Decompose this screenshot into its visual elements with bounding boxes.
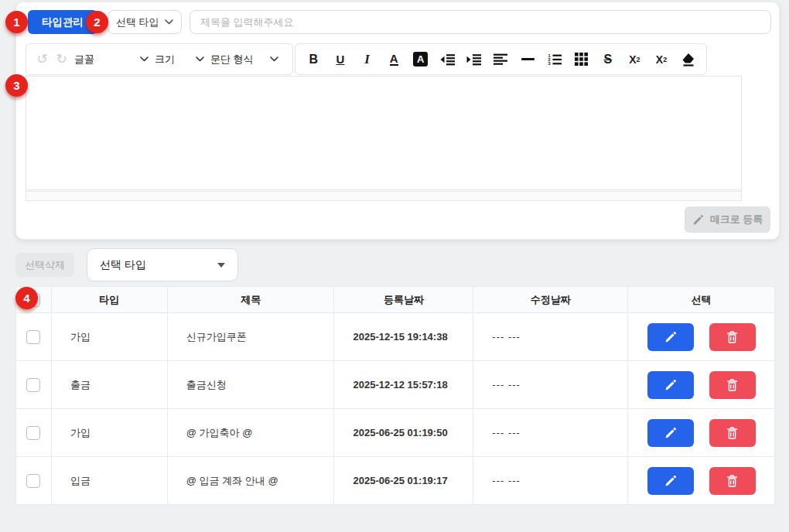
editor-toolbar-dropdown-group: ↺ ↻ 글꼴 크기 문단 형식 — [26, 43, 293, 75]
row-checkbox[interactable] — [26, 378, 40, 392]
row-modified: --- --- — [473, 361, 628, 409]
align-icon[interactable] — [490, 49, 511, 70]
header-modified: 수정날짜 — [473, 287, 628, 313]
paragraph-format-dropdown[interactable]: 문단 형식 — [210, 53, 278, 66]
edit-button[interactable] — [647, 371, 694, 399]
type-select-value: 선택 타입 — [116, 15, 159, 29]
table-row: 입금 @ 입금 계좌 안내 @ 2025-06-25 01:19:17 --- … — [16, 457, 775, 505]
row-checkbox[interactable] — [26, 426, 40, 440]
ordered-list-icon[interactable]: 123 — [545, 49, 565, 70]
trash-icon — [726, 475, 738, 487]
macro-editor-card: 타입관리 선택 타입 ↺ ↻ 글꼴 크기 문단 형식 B U I A A — [15, 2, 780, 240]
step-badge-2: 2 — [86, 11, 108, 33]
remove-format-icon[interactable] — [678, 49, 698, 70]
row-modified: --- --- — [473, 457, 628, 505]
header-select: 선택 — [628, 287, 775, 313]
trash-icon — [726, 331, 738, 343]
row-title: @ 가입축아 @ — [167, 409, 334, 457]
row-created: 2025-06-25 01:19:50 — [334, 409, 473, 457]
font-size-dropdown[interactable]: 크기 — [155, 53, 204, 66]
row-type: 가입 — [51, 313, 167, 361]
table-row: 가입 신규가입쿠폰 2025-12-15 19:14:38 --- --- — [16, 313, 775, 361]
highlight-color-icon[interactable]: A — [411, 49, 431, 70]
chevron-down-icon — [196, 56, 204, 62]
row-title: 출금신청 — [167, 361, 334, 409]
undo-icon[interactable]: ↺ — [36, 53, 49, 66]
macro-register-button[interactable]: 매크로 등록 — [685, 206, 770, 233]
trash-icon — [726, 427, 738, 439]
pencil-icon — [664, 427, 677, 439]
font-family-dropdown[interactable]: 글꼴 — [74, 53, 149, 66]
edit-button[interactable] — [647, 419, 694, 447]
font-color-icon[interactable]: A — [384, 49, 404, 70]
redo-icon[interactable]: ↻ — [55, 53, 68, 66]
superscript-icon[interactable]: X2 — [651, 49, 671, 70]
editor-status-bar — [26, 191, 742, 201]
pencil-icon — [664, 475, 677, 487]
paragraph-format-label: 문단 형식 — [210, 53, 254, 66]
delete-button[interactable] — [709, 371, 756, 399]
header-title: 제목 — [167, 287, 334, 313]
italic-icon[interactable]: I — [357, 49, 377, 70]
indent-icon[interactable] — [464, 49, 484, 70]
pencil-icon — [692, 214, 704, 226]
table-icon[interactable] — [571, 49, 591, 70]
step-badge-4: 4 — [15, 287, 38, 309]
header-type: 타입 — [51, 287, 167, 313]
row-type: 출금 — [51, 361, 167, 409]
svg-text:3: 3 — [548, 61, 550, 66]
row-checkbox[interactable] — [26, 474, 40, 488]
step-badge-3: 3 — [5, 74, 28, 97]
macro-table: 타입 제목 등록날짜 수정날짜 선택 가입 신규가입쿠폰 2025-12-15 … — [15, 286, 775, 505]
step-badge-1: 1 — [5, 11, 28, 33]
pencil-icon — [664, 379, 677, 391]
font-size-label: 크기 — [155, 53, 175, 66]
trash-icon — [726, 379, 738, 391]
editor-content-area[interactable] — [26, 76, 742, 190]
chevron-down-icon — [165, 19, 173, 25]
delete-selected-button[interactable]: 선택삭제 — [15, 253, 74, 277]
macro-register-label: 매크로 등록 — [710, 213, 763, 227]
type-select-dropdown[interactable]: 선택 타입 — [108, 10, 182, 34]
outdent-icon[interactable] — [437, 49, 457, 70]
row-type: 입금 — [51, 457, 167, 505]
chevron-down-icon — [270, 56, 278, 62]
chevron-down-icon — [140, 56, 149, 62]
font-family-label: 글꼴 — [74, 53, 94, 66]
strikethrough-icon[interactable]: S — [598, 49, 618, 70]
underline-icon[interactable]: U — [330, 49, 350, 70]
row-modified: --- --- — [473, 313, 628, 361]
subscript-icon[interactable]: X2 — [624, 49, 644, 70]
table-header-row: 타입 제목 등록날짜 수정날짜 선택 — [16, 287, 775, 313]
delete-button[interactable] — [709, 467, 756, 495]
title-input[interactable] — [190, 10, 771, 34]
row-created: 2025-12-15 19:14:38 — [334, 313, 473, 361]
row-type: 가입 — [51, 409, 167, 457]
type-filter-dropdown[interactable]: 선택 타입 — [87, 248, 238, 281]
edit-button[interactable] — [647, 467, 694, 495]
bold-icon[interactable]: B — [303, 49, 323, 70]
delete-button[interactable] — [709, 323, 756, 351]
row-created: 2025-06-25 01:19:17 — [334, 457, 473, 505]
row-modified: --- --- — [473, 409, 628, 457]
row-title: @ 입금 계좌 안내 @ — [167, 457, 334, 505]
row-title: 신규가입쿠폰 — [167, 313, 334, 361]
table-row: 가입 @ 가입축아 @ 2025-06-25 01:19:50 --- --- — [16, 409, 775, 457]
delete-button[interactable] — [709, 419, 756, 447]
horizontal-rule-icon[interactable] — [517, 49, 538, 70]
caret-down-icon — [217, 263, 225, 268]
edit-button[interactable] — [647, 323, 694, 351]
row-checkbox[interactable] — [26, 330, 40, 344]
table-row: 출금 출금신청 2025-12-12 15:57:18 --- --- — [16, 361, 775, 409]
header-created: 등록날짜 — [334, 287, 473, 313]
editor-toolbar-format-group: B U I A A 123 S X2 X2 — [295, 43, 707, 75]
pencil-icon — [664, 331, 677, 343]
row-created: 2025-12-12 15:57:18 — [334, 361, 473, 409]
type-filter-value: 선택 타입 — [100, 258, 146, 272]
